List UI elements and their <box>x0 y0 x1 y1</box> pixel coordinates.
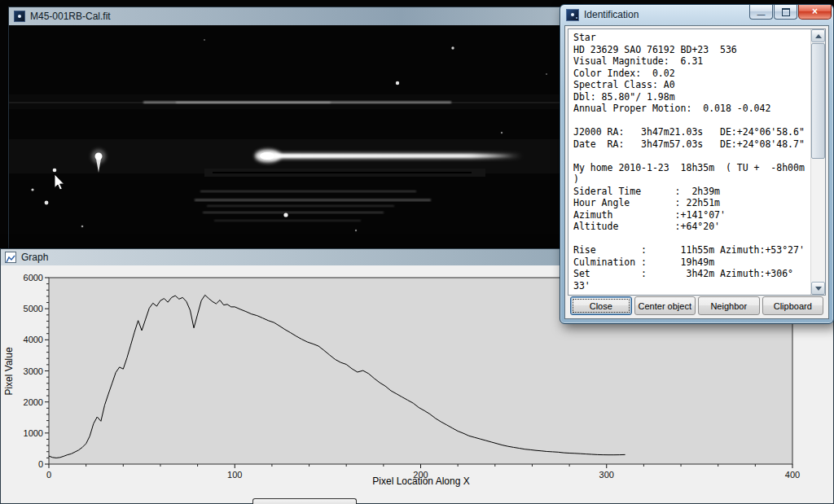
image-window: M45-001RB-Cal.fit <box>8 7 570 251</box>
desktop: M45-001RB-Cal.fit <box>0 0 834 504</box>
graph-window-icon <box>5 252 16 263</box>
image-window-titlebar[interactable]: M45-001RB-Cal.fit <box>9 7 569 26</box>
identification-dialog: Identification — × Star HD 23629 SAO 761… <box>560 4 834 324</box>
svg-text:0: 0 <box>38 459 43 469</box>
svg-text:4000: 4000 <box>24 335 43 344</box>
image-window-title: M45-001RB-Cal.fit <box>30 11 111 22</box>
partial-button[interactable] <box>252 498 357 504</box>
maximize-button[interactable] <box>774 5 797 20</box>
identification-client: Star HD 23629 SAO 76192 BD+23 536 Visual… <box>564 25 829 319</box>
scroll-down-button[interactable] <box>811 282 825 295</box>
triangle-down-icon <box>815 287 822 291</box>
svg-text:100: 100 <box>227 470 242 480</box>
svg-text:3000: 3000 <box>24 366 43 376</box>
svg-text:5000: 5000 <box>24 304 43 313</box>
identification-icon <box>566 9 579 21</box>
vertical-scrollbar[interactable] <box>810 29 825 295</box>
triangle-up-icon <box>815 34 822 38</box>
svg-text:1000: 1000 <box>24 428 43 438</box>
svg-text:0: 0 <box>46 470 51 480</box>
astro-image[interactable] <box>9 25 569 250</box>
y-axis-label: Pixel Value <box>3 347 15 395</box>
minimize-icon: — <box>757 11 766 19</box>
x-axis-label: Pixel Location Along X <box>372 476 469 487</box>
scroll-up-button[interactable] <box>811 29 825 42</box>
caption-buttons: — × <box>749 5 832 20</box>
close-dialog-button[interactable]: Close <box>570 296 632 315</box>
identification-text-area: Star HD 23629 SAO 76192 BD+23 536 Visual… <box>568 28 826 296</box>
svg-text:2000: 2000 <box>24 397 43 407</box>
astro-image-canvas <box>9 25 569 250</box>
maximize-icon <box>782 8 790 16</box>
close-icon: × <box>812 7 818 15</box>
identification-titlebar[interactable]: Identification — × <box>560 5 833 24</box>
clipboard-button[interactable]: Clipboard <box>762 296 824 315</box>
svg-text:400: 400 <box>785 470 800 480</box>
svg-text:300: 300 <box>599 470 614 480</box>
identification-title: Identification <box>584 9 639 20</box>
close-button[interactable]: × <box>798 5 832 20</box>
neighbor-button[interactable]: Neighbor <box>698 296 760 315</box>
minimize-button[interactable]: — <box>749 5 773 20</box>
scroll-thumb[interactable] <box>811 43 825 159</box>
graph-window-title: Graph <box>21 252 48 263</box>
image-window-icon <box>14 11 25 22</box>
center-object-button[interactable]: Center object <box>634 296 696 315</box>
identification-button-row: Close Center object Neighbor Clipboard <box>570 296 823 315</box>
svg-text:6000: 6000 <box>24 273 43 283</box>
identification-body: Star HD 23629 SAO 76192 BD+23 536 Visual… <box>568 29 810 295</box>
